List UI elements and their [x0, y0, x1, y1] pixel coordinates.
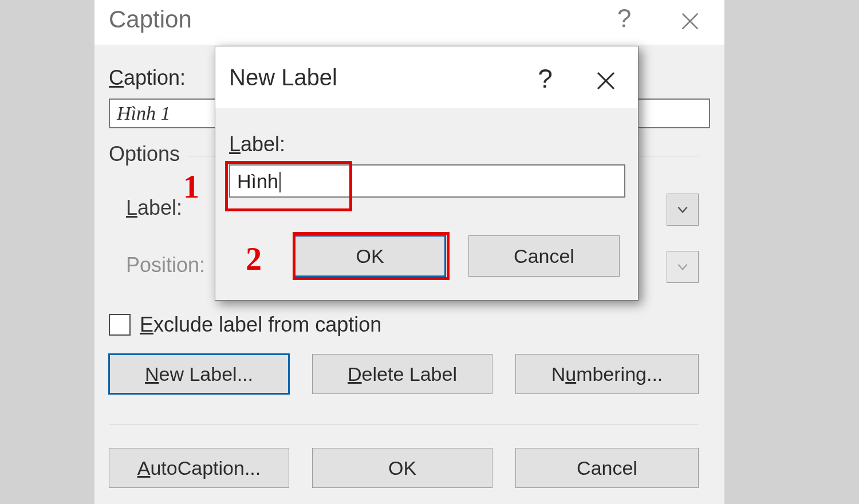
close-icon[interactable] — [670, 1, 710, 41]
caption-cancel-button[interactable]: Cancel — [515, 448, 699, 488]
exclude-label-row[interactable]: Exclude label from caption — [109, 313, 381, 337]
new-label-cancel-button[interactable]: Cancel — [468, 235, 620, 277]
label-dropdown[interactable] — [667, 194, 699, 226]
annotation-number-2: 2 — [246, 241, 262, 277]
new-label-field-label: Label: — [229, 132, 285, 156]
numbering-button[interactable]: Numbering... — [515, 354, 699, 394]
caption-field-label: Caption: — [109, 66, 186, 90]
exclude-label-text: Exclude label from caption — [140, 313, 381, 337]
position-dropdown — [667, 251, 699, 283]
help-icon[interactable]: ? — [604, 1, 644, 41]
options-group-label: Options — [109, 142, 187, 166]
bottom-divider — [109, 424, 699, 424]
label-field-label: Label: — [126, 196, 182, 220]
new-label-input[interactable]: Hình — [229, 164, 625, 198]
caption-titlebar: Caption ? — [94, 0, 724, 45]
position-field-label: Position: — [126, 253, 205, 277]
caption-ok-button[interactable]: OK — [312, 448, 492, 488]
new-label-dialog: New Label ? Label: Hình OK Cancel — [215, 46, 639, 301]
new-label-button[interactable]: New Label... — [109, 354, 289, 394]
autocaption-button[interactable]: AutoCaption... — [109, 448, 289, 488]
caption-input-value: Hình 1 — [117, 103, 171, 124]
delete-label-button[interactable]: Delete Label — [312, 354, 492, 394]
help-icon[interactable]: ? — [527, 62, 564, 99]
annotation-number-1: 1 — [183, 168, 199, 205]
exclude-label-checkbox[interactable] — [109, 314, 131, 336]
new-label-ok-button[interactable]: OK — [294, 235, 446, 277]
new-label-titlebar: New Label ? — [215, 46, 638, 108]
caption-dialog-title: Caption — [109, 6, 192, 33]
close-icon[interactable] — [588, 62, 624, 99]
text-caret-icon — [279, 172, 281, 192]
new-label-title: New Label — [229, 65, 337, 90]
new-label-input-value: Hình — [237, 170, 278, 192]
